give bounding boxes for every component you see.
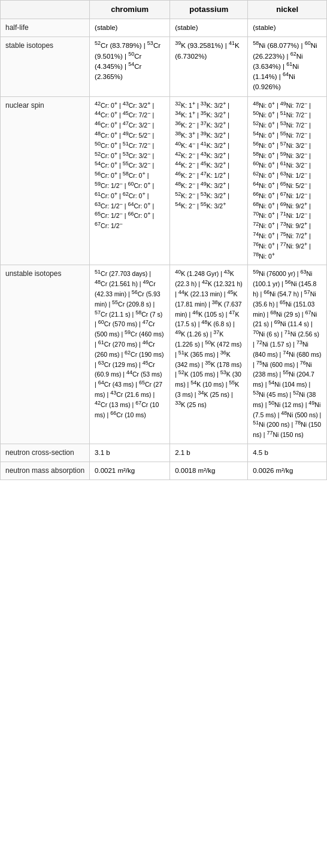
unstable-nickel: 59Ni (76000 yr) | 63Ni (100.1 yr) | 56Ni… (248, 265, 327, 444)
unstable-chromium: 51Cr (27.703 days) | 48Cr (21.561 h) | 4… (90, 265, 170, 444)
col-header-nickel: nickel (248, 1, 327, 19)
table-row: stable isotopes 52Cr (83.789%) | 53Cr (9… (1, 37, 327, 96)
nuclear-spin-potassium: 32K: 1+ | 33K: 3/2+ | 34K: 1+ | 35K: 3/2… (170, 96, 248, 265)
nuclear-spin-chromium: 42Cr: 0+ | 43Cr: 3/2+ | 44Cr: 0+ | 45Cr:… (90, 96, 170, 265)
unstable-potassium: 40K (1.248 Gyr) | 43K (22.3 h) | 42K (12… (170, 265, 248, 444)
row-label-unstable: unstable isotopes (1, 265, 90, 444)
stable-potassium: 39K (93.2581%) | 41K (6.7302%) (170, 37, 248, 96)
nuclear-spin-nickel: 48Ni: 0+ | 49Ni: 7/2− | 50Ni: 0+ | 51Ni:… (248, 96, 327, 265)
stable-nickel: 58Ni (68.077%) | 60Ni (26.223%) | 62Ni (… (248, 37, 327, 96)
table-row: neutron mass absorption 0.0021 m²/kg 0.0… (1, 462, 327, 480)
col-header-chromium: chromium (90, 1, 170, 19)
neutron-cross-chromium: 3.1 b (90, 444, 170, 462)
col-header-nickel-label: nickel (276, 5, 298, 14)
neutron-cross-nickel: 4.5 b (248, 444, 327, 462)
neutron-mass-chromium: 0.0021 m²/kg (90, 462, 170, 480)
halflife-nickel: (stable) (248, 19, 327, 37)
table-row: unstable isotopes 51Cr (27.703 days) | 4… (1, 265, 327, 444)
col-header-potassium: potassium (170, 1, 248, 19)
table-row: half-life (stable) (stable) (stable) (1, 19, 327, 37)
table-row: neutron cross-section 3.1 b 2.1 b 4.5 b (1, 444, 327, 462)
row-label-stable: stable isotopes (1, 37, 90, 96)
col-header-chromium-label: chromium (111, 5, 149, 14)
halflife-potassium: (stable) (170, 19, 248, 37)
stable-chromium: 52Cr (83.789%) | 53Cr (9.501%) | 50Cr (4… (90, 37, 170, 96)
table-row: nuclear spin 42Cr: 0+ | 43Cr: 3/2+ | 44C… (1, 96, 327, 265)
neutron-cross-potassium: 2.1 b (170, 444, 248, 462)
row-label-neutron-cross: neutron cross-section (1, 444, 90, 462)
row-label-halflife: half-life (1, 19, 90, 37)
row-label-neutron-mass: neutron mass absorption (1, 462, 90, 480)
halflife-chromium: (stable) (90, 19, 170, 37)
neutron-mass-potassium: 0.0018 m²/kg (170, 462, 248, 480)
col-header-potassium-label: potassium (189, 5, 228, 14)
col-header-empty (1, 1, 90, 19)
row-label-nuclear-spin: nuclear spin (1, 96, 90, 265)
neutron-mass-nickel: 0.0026 m²/kg (248, 462, 327, 480)
